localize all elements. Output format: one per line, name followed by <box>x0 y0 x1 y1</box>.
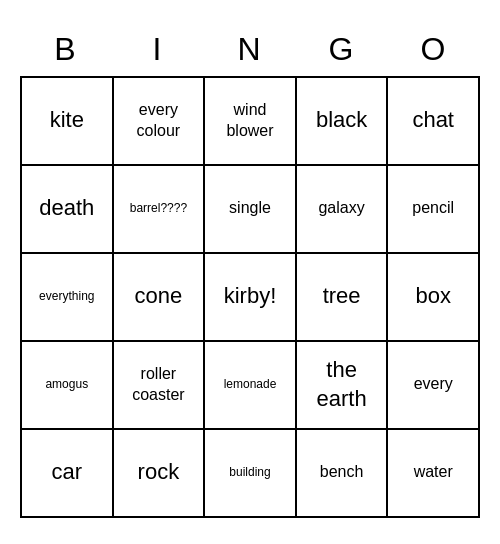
header-letter-N: N <box>204 27 296 76</box>
cell-text-20: car <box>52 458 83 487</box>
cell-text-19: every <box>414 374 453 395</box>
cell-text-6: barrel???? <box>130 201 187 217</box>
bingo-grid: kiteevery colourwind blowerblackchatdeat… <box>20 76 480 518</box>
bingo-cell-11: cone <box>114 254 206 342</box>
cell-text-18: the earth <box>301 356 383 413</box>
cell-text-23: bench <box>320 462 364 483</box>
bingo-cell-19: every <box>388 342 480 430</box>
cell-text-16: roller coaster <box>118 364 200 406</box>
cell-text-0: kite <box>50 106 84 135</box>
bingo-cell-16: roller coaster <box>114 342 206 430</box>
header-letter-I: I <box>112 27 204 76</box>
header-letter-O: O <box>388 27 480 76</box>
bingo-cell-2: wind blower <box>205 78 297 166</box>
bingo-cell-14: box <box>388 254 480 342</box>
cell-text-3: black <box>316 106 367 135</box>
bingo-cell-23: bench <box>297 430 389 518</box>
bingo-cell-12: kirby! <box>205 254 297 342</box>
cell-text-22: building <box>229 465 270 481</box>
bingo-cell-9: pencil <box>388 166 480 254</box>
bingo-cell-17: lemonade <box>205 342 297 430</box>
cell-text-15: amogus <box>45 377 88 393</box>
bingo-cell-13: tree <box>297 254 389 342</box>
bingo-cell-5: death <box>22 166 114 254</box>
cell-text-12: kirby! <box>224 282 277 311</box>
bingo-card: BINGO kiteevery colourwind blowerblackch… <box>20 27 480 518</box>
cell-text-5: death <box>39 194 94 223</box>
cell-text-14: box <box>415 282 450 311</box>
cell-text-24: water <box>414 462 453 483</box>
cell-text-17: lemonade <box>224 377 277 393</box>
cell-text-7: single <box>229 198 271 219</box>
bingo-cell-22: building <box>205 430 297 518</box>
bingo-cell-7: single <box>205 166 297 254</box>
bingo-cell-3: black <box>297 78 389 166</box>
cell-text-8: galaxy <box>318 198 364 219</box>
bingo-cell-21: rock <box>114 430 206 518</box>
bingo-header: BINGO <box>20 27 480 76</box>
bingo-cell-18: the earth <box>297 342 389 430</box>
cell-text-1: every colour <box>118 100 200 142</box>
bingo-cell-24: water <box>388 430 480 518</box>
bingo-cell-15: amogus <box>22 342 114 430</box>
cell-text-11: cone <box>135 282 183 311</box>
bingo-cell-10: everything <box>22 254 114 342</box>
header-letter-B: B <box>20 27 112 76</box>
bingo-cell-1: every colour <box>114 78 206 166</box>
cell-text-10: everything <box>39 289 94 305</box>
header-letter-G: G <box>296 27 388 76</box>
cell-text-13: tree <box>323 282 361 311</box>
bingo-cell-6: barrel???? <box>114 166 206 254</box>
bingo-cell-20: car <box>22 430 114 518</box>
bingo-cell-8: galaxy <box>297 166 389 254</box>
cell-text-4: chat <box>412 106 454 135</box>
cell-text-2: wind blower <box>209 100 291 142</box>
cell-text-21: rock <box>138 458 180 487</box>
bingo-cell-0: kite <box>22 78 114 166</box>
bingo-cell-4: chat <box>388 78 480 166</box>
cell-text-9: pencil <box>412 198 454 219</box>
